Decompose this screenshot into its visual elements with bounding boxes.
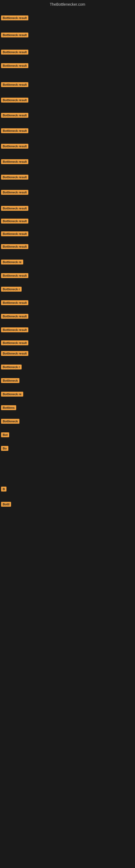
- bottleneck-row: B: [1, 487, 6, 493]
- bottleneck-row: Bottleneck result: [1, 175, 28, 181]
- bottleneck-row: Bottleneck r: [1, 287, 21, 293]
- bottleneck-badge[interactable]: Bottleneck result: [1, 98, 28, 102]
- bottleneck-row: Bottleneck: [1, 378, 19, 384]
- bottleneck-badge[interactable]: B: [1, 487, 6, 492]
- bottleneck-badge[interactable]: Bottleneck result: [1, 190, 28, 195]
- bottleneck-badge[interactable]: Bottleneck re: [1, 392, 23, 397]
- bottleneck-badge[interactable]: Bottleneck result: [1, 351, 28, 356]
- bottleneck-row: Bottleneck result: [1, 351, 28, 357]
- bottleneck-badge[interactable]: Bottl: [1, 502, 11, 507]
- bottleneck-badge[interactable]: Bottleneck: [1, 378, 19, 383]
- bottleneck-row: Bottleneck re: [1, 392, 23, 398]
- bottleneck-badge[interactable]: Bottleneck result: [1, 219, 28, 223]
- bottleneck-badge[interactable]: Bottleneck result: [1, 314, 28, 319]
- bottleneck-badge[interactable]: Bottleneck result: [1, 144, 28, 149]
- bottleneck-row: Bottl: [1, 502, 11, 508]
- bottleneck-row: Bottleneck: [1, 419, 19, 425]
- bottleneck-badge[interactable]: Bottleneck result: [1, 244, 28, 249]
- bottleneck-badge[interactable]: Bottleneck result: [1, 231, 28, 236]
- bottleneck-badge[interactable]: Bottleneck result: [1, 33, 28, 37]
- bottleneck-row: Bottleneck result: [1, 244, 28, 250]
- bottleneck-row: Bottleneck result: [1, 314, 28, 320]
- bottleneck-badge[interactable]: Bot: [1, 432, 9, 437]
- bottleneck-row: Bottlens: [1, 405, 16, 411]
- bottleneck-row: Bottleneck result: [1, 98, 28, 104]
- bottleneck-row: Bottleneck result: [1, 273, 28, 279]
- bottleneck-badge[interactable]: Bottleneck: [1, 419, 19, 424]
- bottleneck-row: Bot: [1, 432, 9, 438]
- bottleneck-row: Bottleneck result: [1, 113, 28, 119]
- bottleneck-badge[interactable]: Bottleneck result: [1, 82, 28, 87]
- bottleneck-row: Bottleneck result: [1, 190, 28, 196]
- bottleneck-row: Bottleneck result: [1, 50, 28, 56]
- bottleneck-row: Bottleneck result: [1, 16, 28, 22]
- bottleneck-row: Bottleneck result: [1, 231, 28, 237]
- bottleneck-badge[interactable]: Bottleneck result: [1, 175, 28, 180]
- bottleneck-badge[interactable]: Bottleneck result: [1, 273, 28, 278]
- bottleneck-row: Bottleneck result: [1, 328, 28, 333]
- bottleneck-row: Bottleneck result: [1, 300, 28, 306]
- bottleneck-row: Bottleneck r: [1, 365, 21, 371]
- bottleneck-row: Bo: [1, 446, 8, 452]
- bottleneck-badge[interactable]: Bottleneck result: [1, 340, 28, 345]
- bottleneck-badge[interactable]: Bottleneck re: [1, 259, 23, 265]
- bottleneck-row: Bottleneck result: [1, 144, 28, 150]
- bottleneck-badge[interactable]: Bottleneck result: [1, 50, 28, 55]
- bottleneck-badge[interactable]: Bottleneck result: [1, 63, 28, 68]
- bottleneck-row: Bottleneck result: [1, 82, 28, 88]
- bottleneck-badge[interactable]: Bottleneck result: [1, 328, 28, 332]
- bottleneck-badge[interactable]: Bottleneck result: [1, 113, 28, 118]
- bottleneck-badge[interactable]: Bottleneck r: [1, 365, 21, 369]
- bottleneck-row: Bottleneck re: [1, 259, 23, 266]
- site-title: TheBottlenecker.com: [0, 0, 135, 9]
- bottleneck-badge[interactable]: Bottleneck result: [1, 16, 28, 20]
- bottleneck-badge[interactable]: Bottleneck result: [1, 206, 28, 211]
- bottleneck-badge[interactable]: Bottleneck result: [1, 128, 28, 133]
- bottleneck-badge[interactable]: Bo: [1, 446, 8, 451]
- bottleneck-badge[interactable]: Bottleneck r: [1, 287, 21, 291]
- bottleneck-row: Bottleneck result: [1, 33, 28, 38]
- bottleneck-badge[interactable]: Bottlens: [1, 405, 16, 410]
- bottleneck-row: Bottleneck result: [1, 206, 28, 212]
- bottleneck-row: Bottleneck result: [1, 219, 28, 225]
- bottleneck-badge[interactable]: Bottleneck result: [1, 159, 28, 164]
- page-container: TheBottlenecker.com Bottleneck resultBot…: [0, 0, 135, 868]
- bottleneck-row: Bottleneck result: [1, 159, 28, 165]
- bottleneck-row: Bottleneck result: [1, 128, 28, 134]
- bottleneck-badge[interactable]: Bottleneck result: [1, 300, 28, 305]
- bottleneck-row: Bottleneck result: [1, 63, 28, 69]
- bottleneck-row: Bottleneck result: [1, 340, 28, 346]
